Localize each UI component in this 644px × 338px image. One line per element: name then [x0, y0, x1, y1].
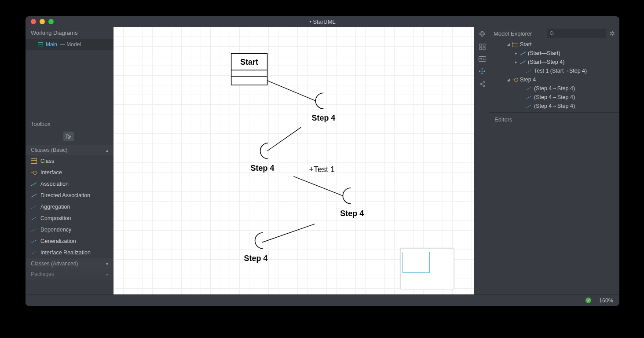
status-ok-icon[interactable]: ✓	[585, 298, 591, 303]
svg-text:Step 4: Step 4	[340, 209, 364, 218]
collapse-arrow-icon: ▴	[106, 148, 108, 153]
share-icon[interactable]	[478, 80, 486, 88]
association-line[interactable]	[267, 81, 316, 101]
expand-arrow-icon: ▾	[106, 272, 108, 277]
association-icon	[520, 51, 526, 56]
tool-composition[interactable]: Composition	[26, 213, 113, 224]
association-line[interactable]	[262, 224, 315, 242]
titlebar: • StarUML	[26, 16, 619, 27]
dependency-icon	[526, 95, 532, 100]
diagram-sub-label: — Model	[60, 41, 81, 48]
editors-header: Editors	[489, 112, 619, 126]
category-label: Classes (Advanced)	[31, 261, 78, 267]
category-label: Classes (Basic)	[31, 147, 67, 153]
svg-line-16	[553, 34, 554, 36]
toolbox: Toolbox Classes (Basic) ▴ Class Interfac…	[26, 117, 113, 279]
interface-icon	[31, 170, 37, 175]
tree-node-dep-1[interactable]: (Step 4→Step 4)	[489, 84, 619, 93]
tool-interface-realization[interactable]: Interface Realization	[26, 247, 113, 258]
canvas-wrap: Start Step 4 Step 4	[113, 27, 489, 294]
statusbar: ✓ 160%	[26, 294, 619, 306]
working-diagrams-header: Working Diagrams	[26, 27, 113, 39]
diagram-item-main[interactable]: Main — Model	[26, 39, 113, 50]
zoom-level[interactable]: 160%	[599, 298, 613, 304]
svg-point-12	[480, 83, 482, 85]
interface-step4-3[interactable]: Step 4	[340, 188, 364, 218]
association-line[interactable]	[294, 176, 343, 196]
tree-node-test1[interactable]: Test 1 (Start→Step 4)	[489, 66, 619, 75]
class-icon	[512, 42, 518, 47]
category-packages[interactable]: Packages ▾	[26, 269, 113, 279]
svg-rect-8	[483, 44, 485, 46]
tool-interface[interactable]: Interface	[26, 167, 113, 178]
maximize-icon[interactable]	[48, 19, 54, 24]
extension-icon[interactable]	[478, 30, 486, 38]
minimap-viewport[interactable]	[402, 252, 430, 273]
minimize-icon[interactable]	[40, 19, 45, 24]
gear-icon[interactable]: ✲	[610, 30, 615, 37]
search-icon	[549, 31, 555, 36]
tool-association[interactable]: Association	[26, 178, 113, 190]
category-classes-basic[interactable]: Classes (Basic) ▴	[26, 145, 113, 155]
model-explorer-header: Model Explorer ✲	[489, 27, 619, 40]
canvas-toolbar	[475, 27, 489, 88]
svg-point-14	[483, 85, 485, 87]
expand-arrow-icon: ▾	[106, 261, 108, 266]
tool-generalization[interactable]: Generalization	[26, 235, 113, 247]
diagram-canvas[interactable]: Start Step 4 Step 4	[113, 27, 474, 294]
association-icon	[31, 181, 37, 187]
svg-rect-7	[479, 44, 482, 46]
association-line[interactable]	[267, 127, 301, 151]
association-label: +Test 1	[309, 165, 334, 174]
tool-aggregation[interactable]: Aggregation	[26, 201, 113, 213]
tree-node-assoc-start-start[interactable]: ▸(Start—Start)	[489, 49, 619, 58]
cursor-icon	[66, 134, 71, 140]
category-label: Packages	[31, 271, 54, 277]
diagram-icon	[38, 42, 43, 47]
svg-text:Step 4: Step 4	[251, 164, 274, 173]
interface-realization-icon	[31, 250, 37, 255]
class-label: Start	[240, 58, 258, 66]
minimap[interactable]	[400, 248, 454, 289]
tool-class[interactable]: Class	[26, 155, 113, 167]
class-icon	[31, 158, 37, 164]
tree-node-start[interactable]: ◢Start	[489, 40, 619, 49]
toolbox-header: Toolbox	[26, 117, 113, 131]
tree-node-dep-3[interactable]: (Step 4→Step 4)	[489, 102, 619, 110]
tree-node-step4[interactable]: ◢Step 4	[489, 75, 619, 84]
interface-step4-2[interactable]: Step 4	[251, 143, 274, 173]
dependency-icon	[31, 227, 37, 232]
svg-text:Step 4: Step 4	[244, 254, 268, 263]
aggregation-icon	[31, 204, 37, 209]
window-title: • StarUML	[309, 18, 335, 25]
tool-dependency[interactable]: Dependency	[26, 224, 113, 235]
markdown-icon[interactable]	[478, 55, 486, 63]
category-classes-advanced[interactable]: Classes (Advanced) ▾	[26, 258, 113, 269]
interface-step4-4[interactable]: Step 4	[244, 233, 268, 263]
interface-step4-1[interactable]: Step 4	[311, 93, 335, 122]
tree-node-assoc-start-step4[interactable]: ▸(Start—Step 4)	[489, 58, 619, 66]
interface-icon	[512, 77, 518, 82]
model-tree: ◢Start ▸(Start—Start) ▸(Start—Step 4) Te…	[489, 40, 619, 110]
dependency-icon	[526, 103, 532, 109]
tree-node-dep-2[interactable]: (Step 4→Step 4)	[489, 93, 619, 102]
main-area: Working Diagrams Main — Model Toolbox Cl…	[26, 27, 619, 294]
left-panel: Working Diagrams Main — Model Toolbox Cl…	[26, 27, 113, 294]
dependency-icon	[526, 86, 532, 91]
svg-rect-10	[483, 48, 485, 50]
svg-rect-9	[479, 48, 482, 50]
svg-point-13	[483, 81, 485, 83]
tool-directed-association[interactable]: Directed Association	[26, 190, 113, 201]
move-icon[interactable]	[478, 67, 486, 75]
selection-tool[interactable]	[63, 132, 74, 141]
grid-icon[interactable]	[478, 43, 486, 51]
class-start[interactable]: Start	[231, 53, 267, 85]
svg-point-15	[550, 32, 553, 35]
svg-text:Step 4: Step 4	[311, 114, 335, 122]
composition-icon	[31, 216, 37, 221]
right-panel: Model Explorer ✲ ◢Start ▸(Start—Start) ▸…	[489, 27, 619, 294]
diagram-main-label: Main	[46, 41, 57, 48]
close-icon[interactable]	[31, 19, 36, 24]
search-input[interactable]	[547, 29, 606, 38]
window-controls	[31, 19, 54, 24]
